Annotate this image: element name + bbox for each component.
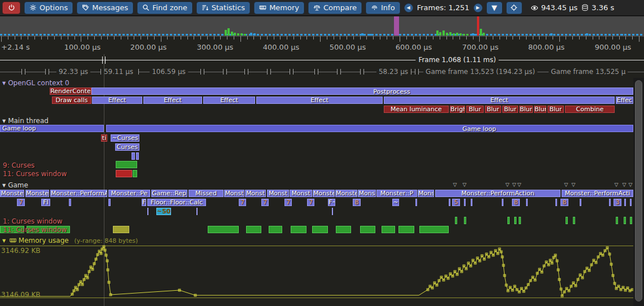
timeline-zone[interactable]: Monster::PerformA bbox=[50, 190, 107, 197]
next-frame-button[interactable]: ▶ bbox=[474, 3, 483, 12]
lock-label[interactable]: 1: Curses window bbox=[3, 218, 63, 225]
timeline-zone[interactable] bbox=[419, 226, 449, 233]
timeline-zone[interactable]: Blur bbox=[547, 106, 564, 113]
timeline-zone[interactable] bbox=[573, 217, 575, 224]
timeline-zone[interactable] bbox=[624, 199, 626, 206]
timeline-zone[interactable]: F bbox=[142, 199, 146, 206]
timeline-zone[interactable] bbox=[609, 199, 611, 206]
timeline-zone[interactable]: 7 bbox=[284, 199, 292, 206]
timeline-zone[interactable]: Effect bbox=[384, 97, 615, 104]
timeline-zone[interactable] bbox=[332, 208, 333, 215]
timeline-zone[interactable]: Monster::PerformAction bbox=[435, 190, 560, 197]
timeline-zone[interactable] bbox=[630, 217, 632, 224]
timeline-zone[interactable]: 8 bbox=[560, 199, 568, 206]
info-button[interactable]: Info bbox=[366, 2, 400, 14]
timeline-zone[interactable]: Blur bbox=[519, 106, 533, 113]
timeline-zone[interactable]: Blur bbox=[502, 106, 518, 113]
lock-label[interactable]: 11: Curses window bbox=[3, 226, 67, 233]
timeline-zone[interactable]: 8 bbox=[353, 199, 361, 206]
timeline-zone[interactable]: Monst bbox=[290, 190, 312, 197]
timeline-zone[interactable]: Draw calls bbox=[52, 97, 91, 104]
timeline-zone[interactable]: 3 bbox=[614, 199, 621, 206]
timeline-zone[interactable] bbox=[471, 199, 472, 206]
scrollbar-thumb[interactable] bbox=[635, 80, 642, 301]
timeline-zone[interactable]: Combine bbox=[565, 106, 615, 113]
timeline-zone[interactable] bbox=[108, 199, 111, 206]
frame-set-dropdown-button[interactable]: ▼ bbox=[487, 2, 502, 14]
timeline-zone[interactable] bbox=[116, 161, 137, 168]
compare-button[interactable]: Compare bbox=[308, 2, 362, 14]
timeline-zone[interactable] bbox=[133, 170, 137, 177]
statistics-button[interactable]: Statistics bbox=[196, 2, 250, 14]
frame-time-graph[interactable] bbox=[0, 16, 644, 37]
timeline-zone[interactable]: Monste bbox=[25, 190, 49, 197]
timeline-zone[interactable] bbox=[502, 199, 503, 206]
timeline-zone[interactable] bbox=[507, 217, 510, 224]
timeline-zone[interactable] bbox=[132, 152, 135, 160]
message-marker-icon[interactable]: ▽ bbox=[564, 182, 568, 187]
timeline-zone[interactable]: Monst bbox=[245, 190, 266, 197]
section-header-main-thread[interactable]: ▼Main thread bbox=[2, 117, 49, 125]
options-button[interactable]: Options bbox=[24, 2, 73, 14]
timeline-zone[interactable]: ti bbox=[101, 134, 107, 142]
timeline-zone[interactable]: Effect bbox=[203, 97, 255, 104]
timeline-zone[interactable]: F~ bbox=[328, 199, 335, 206]
timeline-zone[interactable]: RenderConte bbox=[50, 88, 91, 95]
message-marker-icon[interactable]: ▽ bbox=[512, 182, 516, 187]
timeline-zone[interactable]: ~Curses bbox=[111, 134, 139, 142]
timeline-zone[interactable] bbox=[566, 217, 568, 224]
timeline-zone[interactable] bbox=[382, 226, 395, 233]
vertical-scrollbar[interactable] bbox=[633, 78, 644, 306]
power-button[interactable] bbox=[2, 2, 20, 14]
find-zone-button[interactable]: Find zone bbox=[137, 2, 192, 14]
timeline-zone[interactable]: Game::Replay bbox=[151, 190, 187, 197]
timeline-zone[interactable]: 5 bbox=[452, 199, 460, 206]
timeline-zone[interactable]: 7 bbox=[17, 199, 25, 206]
timeline-zone[interactable]: Blur bbox=[485, 106, 501, 113]
subframe-marker-row[interactable]: 92.33 µs59.11 µs106.59 µs58.23 µsGame fr… bbox=[0, 66, 644, 77]
timeline-zone[interactable] bbox=[246, 226, 261, 233]
timeline-zone[interactable] bbox=[208, 226, 239, 233]
timeline-zone[interactable]: Curses bbox=[115, 143, 139, 151]
timeline-zone[interactable] bbox=[336, 226, 351, 233]
timeline-zone[interactable]: Blur bbox=[534, 106, 546, 113]
timeline-zone[interactable] bbox=[360, 226, 375, 233]
timeline-zone[interactable]: 7 bbox=[261, 199, 269, 206]
lock-label[interactable]: 9: Curses bbox=[3, 162, 34, 169]
timeline-zone[interactable]: Effect bbox=[143, 97, 202, 104]
timeline-zone[interactable] bbox=[519, 217, 521, 224]
message-marker-icon[interactable]: ▽ bbox=[572, 182, 576, 187]
timeline-zone[interactable] bbox=[69, 199, 71, 206]
timeline-zone[interactable] bbox=[580, 199, 581, 206]
timeline-zone[interactable] bbox=[106, 125, 633, 132]
messages-button[interactable]: Messages bbox=[77, 2, 133, 14]
timeline-zone[interactable]: Mons bbox=[358, 190, 376, 197]
timeline-zone[interactable] bbox=[398, 226, 414, 233]
timeline-zone[interactable]: Blur bbox=[466, 106, 484, 113]
timeline-zone[interactable]: ~50~ bbox=[156, 208, 171, 215]
timeline-zone[interactable]: 8 bbox=[512, 199, 520, 206]
prev-frame-button[interactable]: ◀ bbox=[404, 3, 413, 12]
timeline-zone[interactable] bbox=[555, 199, 557, 206]
section-header-opengl-context-0[interactable]: ▼OpenGL context 0 bbox=[2, 79, 69, 87]
section-header-game[interactable]: ▼Game bbox=[2, 181, 28, 189]
timeline-zone[interactable]: Missed bbox=[189, 190, 224, 197]
lock-label[interactable]: 11: Curses window bbox=[3, 171, 67, 177]
memory-button[interactable]: Memory bbox=[254, 2, 304, 14]
timeline-zone[interactable] bbox=[630, 199, 632, 206]
message-marker-icon[interactable]: ▽ bbox=[518, 182, 522, 187]
timeline-zone[interactable]: 7 bbox=[307, 199, 314, 206]
timeline-zone[interactable]: Monst bbox=[224, 190, 244, 197]
timeline-zone[interactable]: Fl bbox=[41, 199, 50, 206]
timeline-zone[interactable] bbox=[616, 217, 618, 224]
timeline-zone[interactable] bbox=[455, 217, 457, 224]
timeline-zone[interactable]: Effec bbox=[616, 97, 633, 104]
timeline-zone[interactable] bbox=[291, 226, 306, 233]
timeline-zone[interactable]: Monste bbox=[0, 190, 24, 197]
timeline-zone[interactable]: Monst bbox=[267, 190, 289, 197]
message-marker-icon[interactable]: ▽ bbox=[453, 182, 457, 187]
time-ruler[interactable]: +2.14 s100.00 µs200.00 µs300.00 µs400.00… bbox=[0, 36, 644, 54]
message-marker-icon[interactable]: ▽ bbox=[629, 182, 633, 187]
message-marker-icon[interactable]: ▽ bbox=[506, 182, 510, 187]
timeline-zone[interactable] bbox=[91, 88, 633, 95]
